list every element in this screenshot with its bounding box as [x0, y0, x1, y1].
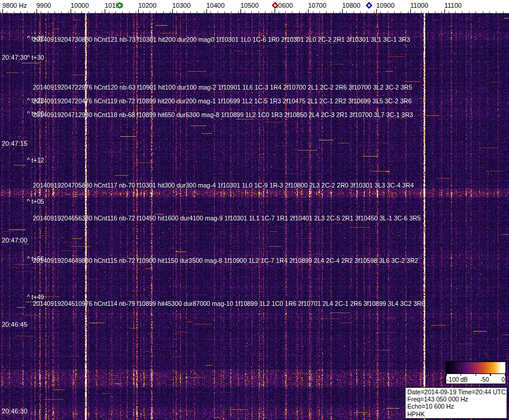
event-marker: ^ t+12	[27, 157, 44, 164]
info-station-id: HPHK	[407, 410, 505, 418]
legend-label-mid: -50	[480, 376, 489, 383]
event-line: 20140919204705880 hCnt117 nb-70 f10301 h…	[33, 182, 414, 189]
intensity-gradient-bar	[446, 361, 506, 374]
event-line: 20140919204712980 hCnt118 nb-68 f10899 h…	[33, 111, 413, 118]
time-label: 20:46:45	[2, 321, 28, 328]
status-info-box: Date=2014-09-19 Time=20:44 UTC Freq=143 …	[405, 387, 507, 419]
event-marker: ^ t+30	[27, 54, 44, 61]
info-frequency: Freq=143 050 000 Hz	[407, 396, 505, 403]
event-marker: ^ t+05	[27, 198, 44, 205]
event-line: 20140919204730880 hCnt121 nb-73 f10301 h…	[33, 36, 410, 43]
intensity-legend: -100 dB -50 0	[446, 361, 506, 384]
event-line: 20140919204722976 hCnt120 nb-63 f10901 h…	[33, 84, 412, 91]
time-label: 20:46:30	[2, 407, 28, 415]
intensity-legend-scale: -100 dB -50 0	[446, 374, 506, 384]
event-line: 20140919204649880 hCnt115 nb-72 f10900 h…	[33, 257, 418, 264]
legend-label-min: -100 dB	[447, 376, 468, 383]
spectrogram-window: 9800 Hz990010000101001020010300104001050…	[0, 0, 509, 420]
time-label: 20:47:00	[2, 237, 28, 244]
intensity-legend-ticks	[446, 374, 505, 376]
waterfall-overlay: 20:47:3020:47:1520:47:0020:46:4520:46:30…	[0, 0, 509, 420]
time-label: 20:47:30	[2, 54, 28, 61]
time-label: 20:47:15	[2, 140, 28, 147]
event-line: 20140919204510976 hCnt114 nb-79 f10899 h…	[33, 300, 425, 307]
info-echo-frequency: Echo=10 600 Hz	[407, 403, 505, 410]
event-line: 20140919204656380 hCnt116 nb-72 f10450 h…	[33, 214, 420, 222]
legend-label-max: 0	[501, 376, 505, 383]
event-line: 20140919204720476 hCnt119 nb-72 f10899 h…	[33, 97, 412, 105]
info-date-time: Date=2014-09-19 Time=20:44 UTC	[407, 388, 505, 396]
